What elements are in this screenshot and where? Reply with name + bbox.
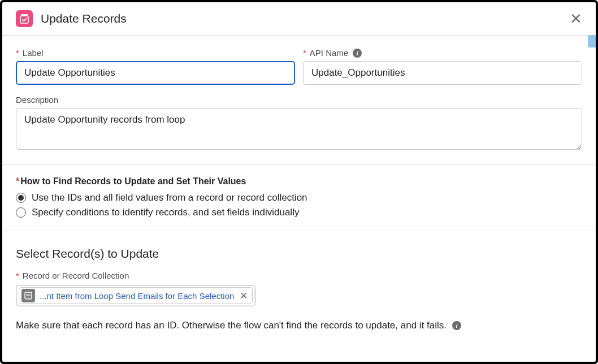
radio-icon-unchecked	[16, 207, 26, 218]
api-name-input[interactable]	[303, 61, 582, 85]
info-icon[interactable]: i	[452, 321, 461, 330]
radio-option-use-ids[interactable]: Use the IDs and all field values from a …	[16, 192, 582, 203]
dialog-frame: Update Records ✕ *Label *API Name i Desc…	[0, 0, 598, 364]
record-collection-pill[interactable]: ...nt Item from Loop Send Emails for Eac…	[19, 287, 253, 304]
radio-icon-checked	[16, 193, 26, 203]
radio-option-specify-conditions[interactable]: Specify conditions to identify records, …	[16, 207, 582, 218]
pill-label: ...nt Item from Loop Send Emails for Eac…	[40, 291, 234, 301]
dialog-header: Update Records ✕	[2, 2, 596, 36]
record-collection-label: *Record or Record Collection	[16, 271, 582, 280]
dialog-body: *Label *API Name i Description *How to F…	[2, 36, 596, 331]
pill-remove-button[interactable]: ✕	[239, 290, 249, 302]
scroll-thumb[interactable]	[588, 35, 596, 47]
dialog-title: Update Records	[41, 12, 127, 25]
info-icon[interactable]: i	[353, 49, 362, 58]
close-button[interactable]: ✕	[567, 11, 584, 26]
label-field-label: *Label	[16, 48, 295, 58]
description-textarea[interactable]	[16, 108, 582, 150]
api-name-field-label: *API Name i	[303, 48, 582, 58]
update-records-icon	[16, 10, 33, 27]
record-collection-field[interactable]: ...nt Item from Loop Send Emails for Eac…	[16, 285, 255, 306]
helper-text-row: Make sure that each record has an ID. Ot…	[16, 320, 582, 331]
select-records-heading: Select Record(s) to Update	[16, 247, 582, 261]
find-records-label: *How to Find Records to Update and Set T…	[16, 176, 582, 187]
label-input[interactable]	[16, 61, 295, 85]
description-field-label: Description	[16, 95, 582, 105]
record-icon	[21, 289, 35, 302]
svg-rect-1	[20, 16, 28, 23]
helper-text: Make sure that each record has an ID. Ot…	[16, 320, 447, 331]
section-divider	[2, 231, 596, 231]
